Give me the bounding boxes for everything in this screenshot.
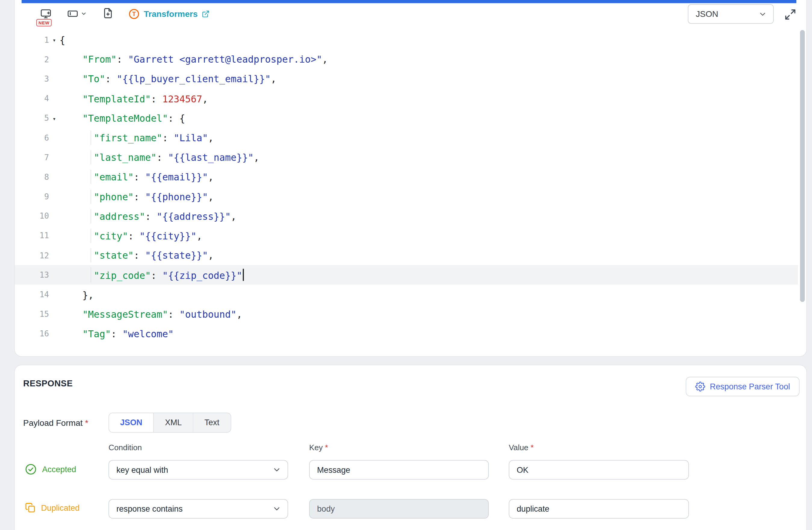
condition-select-duplicated[interactable]: response contains <box>108 499 288 518</box>
key-input-accepted[interactable] <box>309 460 489 480</box>
code-editor-lines: 1▾{2 "From": "Garrett <garrett@leadprosp… <box>15 30 798 344</box>
tab-json[interactable]: JSON <box>109 413 154 432</box>
insert-field-button[interactable] <box>67 8 87 19</box>
key-column-label: Key * <box>309 443 328 452</box>
editor-top-accent <box>22 0 796 3</box>
code-line-5[interactable]: 5▾ "TemplateModel": { <box>15 109 798 128</box>
line-number: 14 <box>15 290 49 300</box>
code-line-10[interactable]: 10 "address": "{{address}}", <box>15 206 798 226</box>
code-text: "city": "{{city}}", <box>60 230 798 242</box>
line-number: 3 <box>15 74 49 84</box>
status-accepted: Accepted <box>25 463 76 475</box>
code-text: "MessageStream": "outbound", <box>60 309 798 320</box>
code-line-6[interactable]: 6 "first_name": "Lila", <box>15 128 798 147</box>
fold-arrow-icon[interactable]: ▾ <box>49 114 60 122</box>
check-circle-icon <box>25 463 37 475</box>
indent-guide-line <box>91 209 91 223</box>
file-plus-icon <box>102 8 114 19</box>
code-line-16[interactable]: 16 "Tag": "welcome" <box>15 324 798 344</box>
code-line-1[interactable]: 1▾{ <box>15 30 798 50</box>
new-badge: NEW <box>37 19 52 27</box>
fold-spacer <box>49 216 60 217</box>
payload-format-tabs: JSON XML Text <box>108 413 231 433</box>
indent-guide-line <box>91 150 91 164</box>
code-line-8[interactable]: 8 "email": "{{email}}", <box>15 167 798 187</box>
insert-field-icon <box>67 8 78 19</box>
maximize-icon <box>784 9 796 20</box>
line-number: 16 <box>15 329 49 339</box>
monitor-plus-icon <box>40 8 52 19</box>
fold-arrow-icon[interactable]: ▾ <box>49 36 60 44</box>
condition-select-accepted-value: key equal with <box>116 465 168 475</box>
code-line-4[interactable]: 4 "TemplateId": 1234567, <box>15 89 798 109</box>
code-text: "zip_code": "{{zip_code}}" <box>60 269 798 281</box>
expand-editor-button[interactable] <box>784 9 796 20</box>
condition-select-duplicated-value: response contains <box>116 504 183 514</box>
fold-spacer <box>49 137 60 139</box>
condition-select-accepted[interactable]: key equal with <box>108 460 288 480</box>
code-text: "Tag": "welcome" <box>60 328 798 339</box>
status-duplicated-label: Duplicated <box>41 503 80 513</box>
key-input-duplicated <box>309 499 489 518</box>
line-number: 1 <box>15 35 49 45</box>
code-text: "email": "{{email}}", <box>60 171 798 183</box>
svg-text:T: T <box>132 11 136 17</box>
code-line-11[interactable]: 11 "city": "{{city}}", <box>15 226 798 246</box>
new-template-button[interactable] <box>40 8 52 19</box>
code-text: "state": "{{state}}", <box>60 250 798 261</box>
transformers-link[interactable]: T Transformers <box>129 9 210 19</box>
tab-text[interactable]: Text <box>193 413 230 432</box>
line-number: 7 <box>15 153 49 162</box>
editor-toolbar: NEW T <box>15 0 806 29</box>
status-duplicated: Duplicated <box>25 502 79 513</box>
chevron-down-icon <box>81 11 87 17</box>
fold-spacer <box>49 98 60 99</box>
code-text: "last_name": "{{last_name}}", <box>60 152 798 163</box>
line-number: 9 <box>15 192 49 201</box>
code-text: "first_name": "Lila", <box>60 132 798 143</box>
response-section-title: RESPONSE <box>23 378 73 388</box>
transformers-label: Transformers <box>144 9 198 19</box>
line-number: 15 <box>15 310 49 319</box>
language-select[interactable]: JSON <box>688 4 774 24</box>
value-input-duplicated[interactable] <box>509 499 689 518</box>
code-line-2[interactable]: 2 "From": "Garrett <garrett@leadprosper.… <box>15 50 798 69</box>
value-input-accepted[interactable] <box>509 460 689 480</box>
code-text: "address": "{{address}}", <box>60 211 798 222</box>
line-number: 12 <box>15 250 49 260</box>
fold-spacer <box>49 333 60 334</box>
line-number: 4 <box>15 94 49 104</box>
response-parser-tool-label: Response Parser Tool <box>710 382 790 391</box>
value-column-label: Value * <box>509 443 534 452</box>
indent-guide-line <box>91 268 91 283</box>
indent-guide-line <box>91 170 91 184</box>
format-document-button[interactable] <box>102 8 114 19</box>
code-line-14[interactable]: 14 }, <box>15 285 798 304</box>
required-mark: * <box>85 419 88 428</box>
chevron-down-icon <box>272 465 281 474</box>
response-parser-tool-button[interactable]: Response Parser Tool <box>686 377 799 396</box>
editor-scrollbar[interactable] <box>800 30 805 302</box>
code-line-12[interactable]: 12 "state": "{{state}}", <box>15 246 798 265</box>
payload-format-label: Payload Format * <box>23 419 88 428</box>
fold-spacer <box>49 294 60 296</box>
response-card: RESPONSE Response Parser Tool Payload Fo… <box>14 365 807 530</box>
fold-spacer <box>49 274 60 275</box>
external-link-icon <box>202 10 210 18</box>
code-line-13[interactable]: 13 "zip_code": "{{zip_code}}" <box>15 265 798 285</box>
line-number: 13 <box>15 270 49 280</box>
code-text: "TemplateModel": { <box>60 113 798 124</box>
code-line-3[interactable]: 3 "To": "{{lp_buyer_client_email}}", <box>15 69 798 89</box>
indent-guide-line <box>91 131 91 145</box>
line-number: 10 <box>15 211 49 221</box>
code-line-9[interactable]: 9 "phone": "{{phone}}", <box>15 187 798 206</box>
tab-xml[interactable]: XML <box>154 413 193 432</box>
code-text: "phone": "{{phone}}", <box>60 191 798 202</box>
line-number: 11 <box>15 231 49 241</box>
line-number: 6 <box>15 133 49 143</box>
fold-spacer <box>49 157 60 158</box>
fold-spacer <box>49 176 60 178</box>
code-line-15[interactable]: 15 "MessageStream": "outbound", <box>15 304 798 324</box>
fold-spacer <box>49 255 60 256</box>
code-line-7[interactable]: 7 "last_name": "{{last_name}}", <box>15 147 798 167</box>
